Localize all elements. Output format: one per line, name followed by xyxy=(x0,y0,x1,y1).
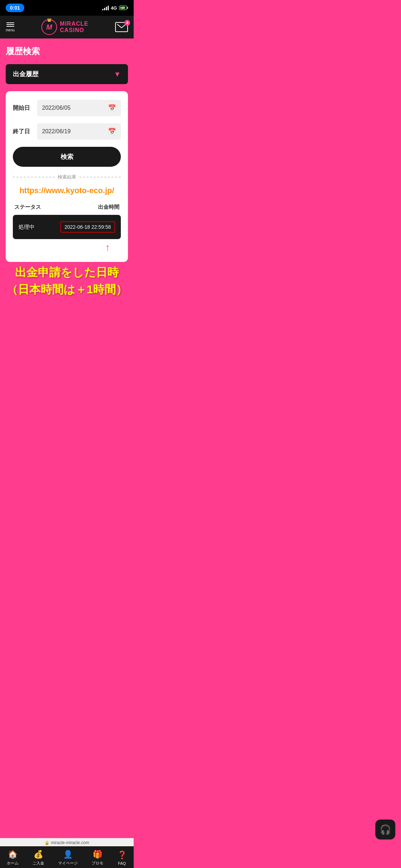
end-date-value: 2022/06/19 xyxy=(42,128,71,135)
table-row: 処理中 2022-06-18 22:59:58 xyxy=(13,215,121,239)
status-bar: 0:01 4G ⚡ xyxy=(0,0,134,16)
history-type-dropdown[interactable]: 出金履歴 ▼ xyxy=(6,64,128,84)
divider-label: 検索結果 xyxy=(58,174,76,180)
start-date-row: 開始日 2022/06/05 📅 xyxy=(13,100,121,116)
annotation-text-area: 出金申請をした日時 （日本時間は＋1時間） xyxy=(6,262,128,296)
network-label: 4G xyxy=(111,5,117,11)
logo-circle: 👑 M xyxy=(41,19,57,35)
calendar-icon-end: 📅 xyxy=(108,128,116,135)
header: menu 👑 M MIRACLE CASINO 4 xyxy=(0,16,134,38)
table-datetime-box: 2022-06-18 22:59:58 xyxy=(60,221,115,233)
page-title: 履歴検索 xyxy=(6,46,128,57)
signal-bars xyxy=(102,5,109,10)
signal-bar-4 xyxy=(108,6,109,10)
header-time: 出金時間 xyxy=(98,204,119,211)
start-date-label: 開始日 xyxy=(13,104,33,112)
logo-area: 👑 M MIRACLE CASINO xyxy=(41,19,88,35)
end-date-input[interactable]: 2022/06/19 📅 xyxy=(37,123,121,140)
annotation-line2: （日本時間は＋1時間） xyxy=(6,279,128,296)
logo-m-letter: M xyxy=(46,23,52,31)
table-status-cell: 処理中 xyxy=(19,224,35,231)
watermark-url: https://www.kyoto-eco.jp/ xyxy=(13,186,121,195)
up-arrow-icon: ↑ xyxy=(105,242,110,253)
crown-icon: 👑 xyxy=(47,18,51,22)
dropdown-label: 出金履歴 xyxy=(13,70,38,78)
annotation-arrow-area: ↑ xyxy=(13,242,121,253)
header-status: ステータス xyxy=(14,204,41,211)
logo-miracle: MIRACLE xyxy=(60,21,88,27)
search-button[interactable]: 検索 xyxy=(13,147,121,167)
page-content: 履歴検索 出金履歴 ▼ 開始日 2022/06/05 📅 終了日 2022/06… xyxy=(0,38,134,304)
signal-bar-1 xyxy=(102,9,103,10)
divider-line-right xyxy=(79,177,121,177)
chevron-down-icon: ▼ xyxy=(114,70,121,78)
signal-bar-3 xyxy=(106,7,107,10)
end-date-row: 終了日 2022/06/19 📅 xyxy=(13,123,121,140)
annotation-line1: 出金申請をした日時 xyxy=(6,262,128,279)
menu-button[interactable]: menu xyxy=(6,22,15,32)
menu-line-3 xyxy=(6,26,14,27)
divider-line-left xyxy=(13,177,55,177)
logo-casino: CASINO xyxy=(60,27,88,33)
logo-text: MIRACLE CASINO xyxy=(60,21,88,33)
search-card: 開始日 2022/06/05 📅 終了日 2022/06/19 📅 検索 検索結… xyxy=(6,91,128,262)
calendar-icon-start: 📅 xyxy=(108,104,116,112)
results-divider: 検索結果 xyxy=(13,174,121,180)
mail-badge: 4 xyxy=(124,20,130,26)
table-datetime-value: 2022-06-18 22:59:58 xyxy=(65,224,111,230)
main-content: 履歴検索 出金履歴 ▼ 開始日 2022/06/05 📅 終了日 2022/06… xyxy=(0,38,134,346)
start-date-value: 2022/06/05 xyxy=(42,105,71,111)
status-time: 0:01 xyxy=(6,4,24,12)
mail-button[interactable]: 4 xyxy=(115,22,128,32)
table-headers: ステータス 出金時間 xyxy=(13,201,121,213)
menu-line-2 xyxy=(6,24,14,25)
signal-bar-2 xyxy=(104,8,105,10)
menu-label: menu xyxy=(6,28,15,32)
start-date-input[interactable]: 2022/06/05 📅 xyxy=(37,100,121,116)
menu-lines-icon xyxy=(6,22,14,27)
status-right: 4G ⚡ xyxy=(102,5,128,11)
battery-icon: ⚡ xyxy=(119,6,128,10)
end-date-label: 終了日 xyxy=(13,128,33,135)
menu-line-1 xyxy=(6,22,14,23)
